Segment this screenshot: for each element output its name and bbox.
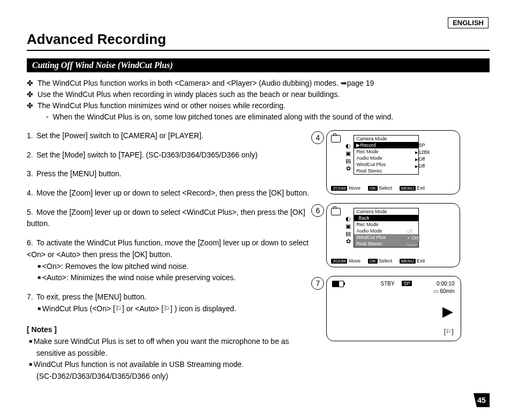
menu-title: Camera Mode [354,136,418,142]
ok-tag: OK [368,186,378,191]
status-sp: SP [402,281,411,286]
section-heading: Cutting Off Wind Noise (WindCut Plus) [27,58,490,72]
figure-6: 6 ◐ ▣ ▤ ✿ Camera Mode Back Rec M [315,203,490,267]
step-5: Move the [Zoom] lever up or down to sele… [27,208,305,228]
val-off1: Off [415,156,430,163]
status-min: ▭ 60min [433,288,454,294]
menu-back: Back [354,215,418,221]
step-3: Press the [MENU] button. [36,169,122,178]
camcorder-icon: ▣ [343,150,354,157]
figure-number-7: 7 [311,277,324,290]
menu-record: Record [360,142,375,148]
language-indicator: ENGLISH [448,17,489,28]
opt-on: On [406,235,419,242]
menu-realstereo: Real Stereo [354,168,418,174]
note-2: WindCut Plus function is not available i… [36,359,310,371]
battery-icon [332,281,344,287]
steps-column: 1.Set the [Power] switch to [CAMERA] or … [27,130,310,382]
figure-number-6: 6 [311,204,324,217]
step-6a: To activate the WindCut Plus function, m… [27,238,309,259]
gear-icon: ✿ [343,165,354,172]
step-1: Set the [Power] switch to [CAMERA] or [P… [36,131,204,140]
camera-icon [331,135,341,142]
figures-column: 4 ◐ ▣ ▤ ✿ Camera Mode ▶Record Re [310,130,490,382]
menu-windcut: WindCut Plus [354,161,418,168]
menu-recmode-6: Rec Mode [354,221,418,228]
windcut-icon: [⚐] [444,328,454,335]
step-6c: <Auto>: Minimizes the wind noise while p… [45,272,310,284]
play-icon: ▶ [442,303,453,320]
figure-number-4: 4 [311,131,324,144]
nav-icon: ◐ [343,142,354,149]
step-7b: WindCut Plus (<On> [⚐] or <Auto> [⚐] ) i… [45,303,310,315]
val-off2: Off [415,163,430,170]
notes-block: [ Notes ] Make sure WindCut Plus is set … [27,324,310,382]
step-7a: To exit, press the [MENU] button. [36,292,146,301]
menu-recmode: Rec Mode [354,148,418,155]
menu-title-6: Camera Mode [354,208,418,215]
zoom-tag: ZOOM [331,186,347,191]
val-sp: SP [415,142,430,149]
page-number: 45 [474,393,490,407]
step-6b: <On>: Removes the low pitched wind noise… [45,261,310,273]
opt-auto: Auto [406,242,419,248]
intro-block: ✤The WindCut Plus function works in both… [27,78,490,123]
note-2b: (SC-D362/D363/D364/D365/D366 only) [36,371,310,382]
figure-7: 7 STBY SP 0:00:10 ▭ 60min ▶ [⚐] [315,276,490,341]
gear-icon: ✿ [343,238,354,245]
tape-icon: ▤ [343,158,354,164]
step-4: Move the [Zoom] lever up or down to sele… [36,189,309,197]
figure-4: 4 ◐ ▣ ▤ ✿ Camera Mode ▶Record Re [315,130,490,194]
camcorder-icon: ▣ [343,223,354,230]
intro-line-1: The WindCut Plus function works in both … [37,78,374,89]
tape-icon: ▤ [343,230,354,237]
camera-icon [331,208,341,215]
notes-header: [ Notes ] [27,324,310,336]
intro-line-3: The WindCut Plus function minimizes wind… [37,100,285,111]
page-title: Advanced Recording [27,31,490,51]
intro-sub: When the WindCut Plus is on, some low pi… [52,112,393,121]
menu-tag: MENU [400,186,416,191]
status-time: 0:00:10 [437,281,454,287]
step-2: Set the [Mode] switch to [TAPE]. (SC-D36… [36,151,258,159]
intro-line-2: Use the WindCut Plus when recording in w… [37,89,340,100]
status-stby: STBY [380,281,394,287]
val-12bit: 12Bit [415,149,430,156]
menu-audiomode: Audio Mode [354,155,418,161]
opt-off: Off [406,228,419,235]
note-1: Make sure WindCut Plus is set to off whe… [36,336,310,359]
nav-icon: ◐ [343,215,354,222]
